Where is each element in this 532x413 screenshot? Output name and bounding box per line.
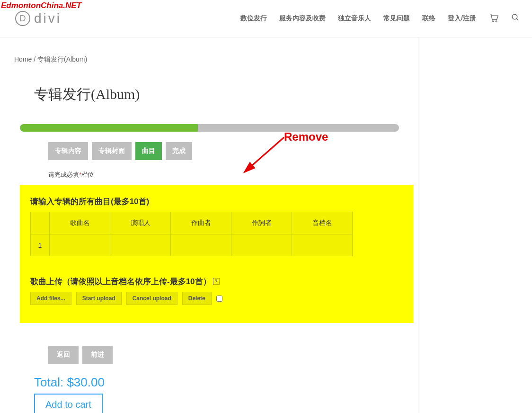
breadcrumb-sep: / (32, 55, 37, 63)
tracks-heading: 请输入专辑的所有曲目(最多10首) (30, 196, 403, 207)
tab-album-content[interactable]: 专辑内容 (48, 142, 88, 160)
col-song-name: 歌曲名 (50, 212, 110, 234)
step-tabs: 专辑内容 专辑封面 曲目 完成 (34, 142, 399, 160)
cell-song-name[interactable] (50, 234, 110, 256)
main-content: Home / 专辑发行(Album) 专辑发行(Album) 专辑内容 专辑封面… (0, 37, 418, 413)
col-singer: 演唱人 (110, 212, 171, 234)
svg-line-3 (516, 18, 518, 20)
breadcrumb: Home / 专辑发行(Album) (14, 55, 404, 64)
svg-point-2 (512, 14, 517, 19)
add-to-cart-button[interactable]: Add to cart (34, 394, 103, 413)
required-hint: 请完成必填*栏位 (34, 171, 399, 179)
nav-link-services[interactable]: 服务内容及收费 (279, 14, 326, 23)
right-sidebar (418, 37, 532, 413)
breadcrumb-home[interactable]: Home (14, 55, 32, 63)
logo[interactable]: D divi (12, 11, 62, 26)
cell-composer[interactable] (171, 234, 231, 256)
cancel-upload-button[interactable]: Cancel upload (126, 292, 177, 305)
logo-icon: D (15, 11, 30, 26)
cell-lyricist[interactable] (231, 234, 292, 256)
page-title: 专辑发行(Album) (34, 85, 399, 104)
annotation-text: Remove (284, 130, 328, 144)
delete-button[interactable]: Delete (182, 292, 212, 305)
search-icon[interactable] (511, 13, 520, 24)
cell-filename[interactable] (292, 234, 353, 256)
nav-link-faq[interactable]: 常见问题 (383, 14, 410, 23)
wizard-nav: 返回 前进 (48, 346, 399, 364)
nav-link-digital[interactable]: 数位发行 (240, 14, 267, 23)
tracks-panel: 请输入专辑的所有曲目(最多10首) 歌曲名 演唱人 作曲者 作詞者 音档名 (20, 185, 413, 323)
tab-tracks[interactable]: 曲目 (135, 142, 162, 160)
cart-icon[interactable] (488, 12, 499, 25)
col-composer: 作曲者 (171, 212, 231, 234)
table-row: 1 (31, 234, 353, 256)
next-button[interactable]: 前进 (82, 346, 113, 364)
logo-text: divi (34, 11, 62, 26)
tracks-table: 歌曲名 演唱人 作曲者 作詞者 音档名 1 (30, 212, 353, 256)
tab-complete[interactable]: 完成 (166, 142, 192, 160)
breadcrumb-current: 专辑发行(Album) (37, 55, 87, 63)
col-row-index (31, 212, 50, 234)
nav-link-independent[interactable]: 独立音乐人 (338, 14, 371, 23)
svg-point-1 (496, 21, 497, 22)
watermark: EdmontonChina.NET (1, 1, 81, 10)
start-upload-button[interactable]: Start upload (76, 292, 122, 305)
back-button[interactable]: 返回 (48, 346, 79, 364)
col-lyricist: 作詞者 (231, 212, 292, 234)
row-index: 1 (31, 234, 50, 256)
help-icon[interactable]: ? (213, 278, 220, 285)
tab-album-cover[interactable]: 专辑封面 (92, 142, 132, 160)
upload-button-row: Add files... Start upload Cancel upload … (30, 292, 403, 305)
add-files-button[interactable]: Add files... (30, 292, 71, 305)
svg-point-0 (492, 21, 494, 22)
cell-singer[interactable] (110, 234, 171, 256)
main-nav: 数位发行 服务内容及收费 独立音乐人 常见问题 联络 登入/注册 (240, 12, 520, 25)
progress-bar-track (20, 124, 399, 132)
col-filename: 音档名 (292, 212, 353, 234)
nav-link-contact[interactable]: 联络 (422, 14, 435, 23)
select-all-checkbox[interactable] (216, 296, 222, 302)
nav-link-login[interactable]: 登入/注册 (448, 14, 476, 23)
upload-heading: 歌曲上传（请依照以上音档名依序上传-最多10首）? (30, 276, 403, 287)
progress-bar-fill (20, 124, 198, 132)
total-price: Total: $30.00 (34, 375, 399, 390)
